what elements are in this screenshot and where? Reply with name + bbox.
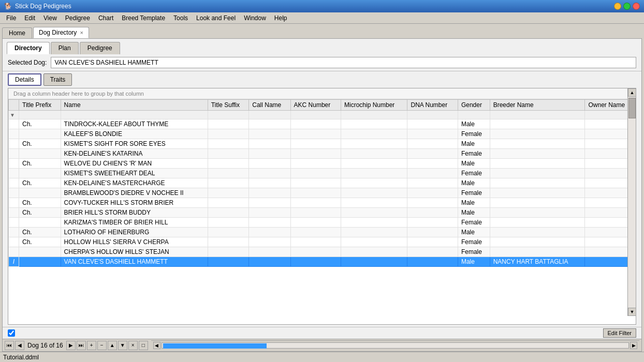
- nav-first[interactable]: ⏮: [5, 341, 14, 350]
- scroll-up-button[interactable]: ▲: [628, 88, 636, 97]
- subtabs: Directory Plan Pedigree: [3, 39, 641, 54]
- minimize-button[interactable]: [614, 3, 621, 10]
- col-callname: [249, 218, 290, 228]
- col-dna[interactable]: DNA Number: [407, 100, 458, 111]
- tab-dog-directory[interactable]: Dog Directory ×: [33, 27, 89, 38]
- col-akc: [290, 257, 341, 267]
- table-row[interactable]: CHERPA'S HOLLOW HILLS' STEJANFemale: [9, 247, 636, 257]
- col-microchip[interactable]: Microchip Number: [341, 100, 407, 111]
- col-prefix: [19, 169, 61, 178]
- col-row-marker[interactable]: [9, 100, 19, 111]
- tab-home[interactable]: Home: [2, 27, 32, 38]
- col-breeder: [490, 159, 585, 169]
- table-row[interactable]: KARIZMA'S TIMBER OF BRIER HILLFemale: [9, 218, 636, 228]
- nav-prev[interactable]: ◀: [15, 341, 24, 350]
- table-row[interactable]: Ch.WELOVE DU CHIEN'S 'R' MANMale: [9, 159, 636, 169]
- nav-remove[interactable]: −: [97, 341, 107, 350]
- nav-next[interactable]: ▶: [66, 341, 76, 350]
- table-row[interactable]: IVAN CLEVE'S DASHIELL HAMMETTMaleNANCY H…: [9, 257, 636, 267]
- table-row[interactable]: Ch.LOTHARIO OF HEINERBURGMale: [9, 228, 636, 237]
- table-row[interactable]: Ch.TINDROCK-KALEEF ABOUT THYMEMale: [9, 119, 636, 129]
- subtab-plan[interactable]: Plan: [51, 42, 79, 54]
- col-microchip: [341, 218, 407, 228]
- col-dna: [407, 159, 458, 169]
- col-call-name[interactable]: Call Name: [249, 100, 290, 111]
- nav-down[interactable]: ▼: [118, 341, 127, 350]
- filter-icon: ▼: [10, 112, 15, 118]
- selected-dog-input[interactable]: [51, 57, 636, 68]
- table-row[interactable]: Ch.HOLLOW HILLS' SIERRA V CHERPAFemale: [9, 237, 636, 247]
- col-breeder: [490, 129, 585, 139]
- window-title: Stick Dog Pedigrees: [15, 3, 71, 10]
- menu-tools[interactable]: Tools: [169, 13, 192, 23]
- filter-microchip: [341, 111, 407, 119]
- col-suffix: [208, 228, 249, 237]
- show-all-checkbox[interactable]: [8, 329, 15, 337]
- col-akc-number[interactable]: AKC Number: [290, 100, 341, 111]
- col-akc: [290, 198, 341, 208]
- menu-edit[interactable]: Edit: [20, 13, 39, 23]
- table-row[interactable]: Ch.COVY-TUCKER HILL'S STORM BRIERMale: [9, 198, 636, 208]
- scroll-thumb[interactable]: [628, 98, 636, 118]
- tab-details[interactable]: Details: [8, 73, 41, 86]
- table-row[interactable]: Ch.KISMET'S SIGHT FOR SORE EYESMale: [9, 139, 636, 149]
- table-row[interactable]: Ch.KEN-DELAINE'S MASTERCHARGEMale: [9, 178, 636, 188]
- nav-save[interactable]: □: [139, 341, 148, 350]
- nav-up[interactable]: ▲: [108, 341, 117, 350]
- menu-view[interactable]: View: [39, 13, 61, 23]
- col-callname: [249, 159, 290, 169]
- hscroll-track[interactable]: [162, 342, 629, 349]
- menu-window[interactable]: Window: [240, 13, 270, 23]
- menu-chart[interactable]: Chart: [94, 13, 118, 23]
- menu-pedigree[interactable]: Pedigree: [61, 13, 94, 23]
- page-info: Dog 16 of 16: [27, 342, 63, 349]
- col-callname: [249, 247, 290, 257]
- table-row[interactable]: KEN-DELAINE'S KATARINAFemale: [9, 149, 636, 159]
- hscroll-area[interactable]: ◀ ▶: [151, 340, 639, 350]
- table-container[interactable]: Title Prefix Name Title Suffix Call Name…: [8, 99, 636, 324]
- scroll-down-button[interactable]: ▼: [628, 308, 636, 316]
- close-button[interactable]: [633, 3, 640, 10]
- table-row[interactable]: BRAMBLEWOOD'S DIEDRE V NOCHEE IIFemale: [9, 188, 636, 198]
- table-row[interactable]: KALEEF'S BLONDIEFemale: [9, 129, 636, 139]
- menu-file[interactable]: File: [2, 13, 20, 23]
- col-breeder[interactable]: Breeder Name: [490, 100, 585, 111]
- table-area: Drag a column header here to group by th…: [8, 88, 636, 325]
- col-title-prefix[interactable]: Title Prefix: [19, 100, 61, 111]
- tab-traits[interactable]: Traits: [43, 73, 72, 86]
- menu-breed-template[interactable]: Breed Template: [118, 13, 169, 23]
- col-gender[interactable]: Gender: [458, 100, 490, 111]
- hscroll-right[interactable]: ▶: [630, 342, 637, 349]
- maximize-button[interactable]: [623, 3, 631, 10]
- subtab-pedigree[interactable]: Pedigree: [80, 42, 120, 54]
- col-microchip: [341, 257, 407, 267]
- scroll-track[interactable]: [628, 97, 636, 308]
- vertical-scrollbar[interactable]: ▲ ▼: [627, 88, 636, 316]
- col-gender: Male: [458, 228, 490, 237]
- nav-cancel[interactable]: ×: [128, 341, 138, 350]
- table-row[interactable]: KISMET'S SWEETHEART DEALFemale: [9, 169, 636, 178]
- col-breeder: [490, 247, 585, 257]
- col-dna: [407, 208, 458, 218]
- row-marker: [9, 218, 19, 228]
- hscroll-left[interactable]: ◀: [153, 342, 160, 349]
- menu-look-feel[interactable]: Look and Feel: [192, 13, 240, 23]
- menu-help[interactable]: Help: [270, 13, 291, 23]
- hscroll-thumb[interactable]: [163, 343, 267, 349]
- nav-last[interactable]: ⏭: [77, 341, 86, 350]
- subtab-directory[interactable]: Directory: [7, 42, 50, 54]
- col-callname: [249, 208, 290, 218]
- col-dna: [407, 178, 458, 188]
- edit-filter-button[interactable]: Edit Filter: [603, 328, 636, 338]
- nav-add[interactable]: +: [87, 341, 96, 350]
- col-name: WELOVE DU CHIEN'S 'R' MAN: [61, 159, 208, 169]
- col-name[interactable]: Name: [61, 100, 208, 111]
- tab-close-button[interactable]: ×: [80, 29, 83, 36]
- table-row[interactable]: Ch.BRIER HILL'S STORM BUDDYMale: [9, 208, 636, 218]
- row-marker: [9, 169, 19, 178]
- col-gender: Male: [458, 139, 490, 149]
- col-name: KEN-DELAINE'S MASTERCHARGE: [61, 178, 208, 188]
- col-prefix: Ch.: [19, 237, 61, 247]
- col-title-suffix[interactable]: Title Suffix: [208, 100, 249, 111]
- col-prefix: Ch.: [19, 228, 61, 237]
